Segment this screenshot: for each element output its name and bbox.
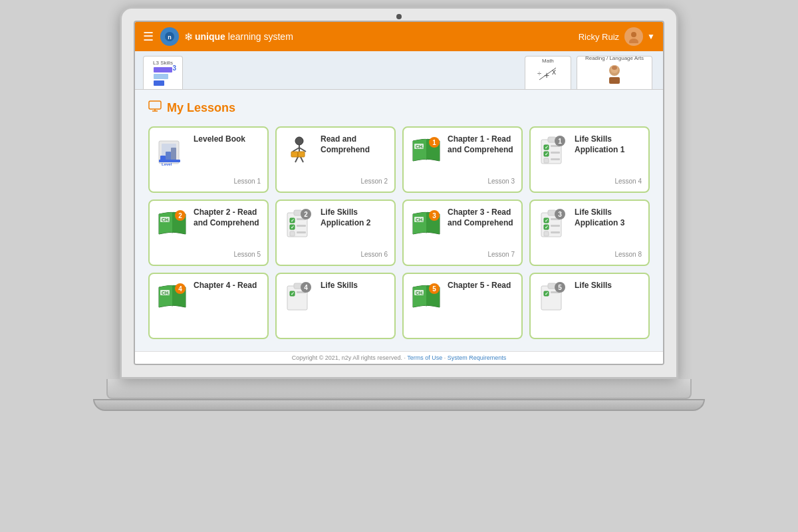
lesson-10-body: ✓ 4 Life Skills	[283, 281, 388, 331]
lesson-1-title: Leveled Book	[194, 134, 261, 145]
tab-reading-label: Reading / Language Arts	[585, 55, 644, 61]
snowflake-icon: ❄	[184, 31, 193, 43]
lesson-12-icon: ✓ 5	[537, 281, 569, 313]
lesson-10-icon: ✓ 4	[283, 281, 315, 313]
lesson-6-icon: ✓ ✓ 2	[283, 207, 315, 239]
lesson-7-body: CH. 3 Chapter 3 - Read and Comprehend	[410, 207, 515, 248]
tab-math-label: Math	[542, 58, 554, 64]
svg-text:✓: ✓	[545, 291, 549, 296]
lesson-11-body: CH. 5 Chapter 5 - Read	[410, 281, 515, 331]
svg-rect-9	[609, 77, 620, 84]
svg-rect-74	[551, 225, 560, 227]
lesson-9-body: CH. 4 Chapter 4 - Read	[156, 281, 261, 331]
dropdown-arrow-icon[interactable]: ▼	[647, 32, 655, 41]
svg-text:CH.: CH.	[416, 217, 424, 222]
svg-point-3	[629, 39, 638, 43]
svg-point-2	[631, 32, 636, 37]
lesson-card-6[interactable]: ✓ ✓ 2	[275, 200, 396, 266]
subject-tabs: L3 Skills 3 Math	[135, 51, 663, 90]
svg-rect-75	[544, 231, 549, 236]
svg-text:÷: ÷	[537, 69, 541, 77]
lesson-2-icon	[283, 134, 315, 166]
svg-text:✓: ✓	[291, 225, 295, 229]
svg-rect-43	[544, 158, 549, 163]
laptop-lid: ☰ n ❄ unique learning system	[120, 7, 678, 379]
lesson-5-body: CH. 2 Chapter 2 - Read and Comprehend	[156, 207, 261, 248]
lesson-7-footer: Lesson 7	[410, 251, 515, 258]
tab-math[interactable]: Math ÷ + x	[525, 56, 571, 89]
my-lessons-title: My Lessons	[167, 101, 235, 115]
l3-skills-icon: 3	[154, 67, 172, 86]
terms-of-use-link[interactable]: Terms of Use	[407, 354, 442, 361]
lesson-11-title: Chapter 5 - Read	[448, 281, 515, 291]
svg-rect-59	[290, 231, 295, 236]
lesson-2-footer: Lesson 2	[283, 178, 388, 185]
lesson-card-4[interactable]: ✓ ✓ 1	[529, 126, 650, 193]
lesson-card-9[interactable]: CH. 4 Chapter 4 - Read	[148, 273, 269, 339]
lesson-10-title: Life Skills	[321, 281, 388, 291]
brand-name: unique learning system	[195, 31, 293, 42]
app-footer: Copyright © 2021, n2y All rights reserve…	[135, 351, 663, 364]
lesson-6-footer: Lesson 6	[283, 251, 388, 258]
svg-text:4: 4	[304, 284, 308, 291]
lesson-9-icon: CH. 4	[156, 281, 188, 313]
menu-icon[interactable]: ☰	[143, 29, 154, 44]
lesson-card-1[interactable]: Level Leveled Book Lesson 1	[148, 126, 269, 193]
svg-text:n: n	[168, 34, 172, 41]
user-name: Ricky Ruiz	[579, 32, 619, 42]
svg-text:✓: ✓	[291, 291, 295, 296]
logo-circle: n	[160, 27, 179, 46]
lesson-11-icon: CH. 5	[410, 281, 442, 313]
lesson-8-footer: Lesson 8	[537, 251, 642, 258]
lesson-card-7[interactable]: CH. 3 Chapter 3 - Read and Comprehend Le…	[402, 200, 523, 266]
lesson-9-title: Chapter 4 - Read	[194, 281, 261, 291]
svg-text:CH.: CH.	[416, 291, 424, 295]
lesson-card-10[interactable]: ✓ 4 Life Skills	[275, 273, 396, 339]
svg-text:3: 3	[432, 212, 436, 219]
lesson-1-footer: Lesson 1	[156, 178, 261, 185]
navbar-brand: ❄ unique learning system	[184, 31, 293, 43]
svg-text:2: 2	[178, 212, 182, 219]
svg-rect-19	[171, 148, 176, 161]
svg-text:✓: ✓	[545, 218, 549, 223]
lesson-3-body: CH. 1 Chapter 1 - Read and Comprehend	[410, 134, 515, 175]
app-container: ☰ n ❄ unique learning system	[135, 22, 663, 364]
svg-text:CH.: CH.	[162, 217, 170, 222]
lesson-card-12[interactable]: ✓ 5 Life Skills	[529, 273, 650, 339]
svg-text:5: 5	[432, 285, 436, 293]
lesson-8-title: Life Skills Application 3	[575, 207, 642, 228]
tab-l3-label: L3 Skills	[153, 60, 173, 66]
tab-reading[interactable]: Reading / Language Arts	[577, 56, 652, 89]
svg-rect-29	[298, 152, 305, 157]
user-avatar[interactable]	[624, 27, 643, 46]
lesson-12-body: ✓ 5 Life Skills	[537, 281, 642, 331]
laptop-outer: ☰ n ❄ unique learning system	[113, 7, 685, 525]
svg-text:2: 2	[304, 211, 308, 218]
lesson-7-icon: CH. 3	[410, 207, 442, 239]
svg-rect-18	[166, 152, 171, 161]
lesson-card-2[interactable]: Read and Comprehend Lesson 2	[275, 126, 396, 193]
navbar: ☰ n ❄ unique learning system	[135, 22, 663, 51]
lessons-grid: Level Leveled Book Lesson 1	[148, 126, 650, 339]
svg-text:CH.: CH.	[162, 291, 170, 295]
lesson-card-8[interactable]: ✓ ✓ 3	[529, 200, 650, 266]
svg-rect-28	[291, 152, 298, 157]
lesson-card-11[interactable]: CH. 5 Chapter 5 - Read	[402, 273, 523, 339]
system-requirements-link[interactable]: System Requirements	[448, 354, 507, 361]
svg-text:CH.: CH.	[416, 144, 424, 149]
subject-tabs-right: Math ÷ + x Reading / La	[525, 56, 655, 89]
footer-copyright: Copyright © 2021, n2y All rights reserve…	[292, 354, 408, 361]
lesson-4-icon: ✓ ✓ 1	[537, 134, 569, 166]
svg-rect-76	[551, 231, 560, 233]
svg-rect-44	[551, 158, 560, 160]
svg-text:✓: ✓	[545, 145, 549, 150]
svg-text:4: 4	[178, 285, 182, 293]
lesson-card-5[interactable]: CH. 2 Chapter 2 - Read and Comprehend Le…	[148, 200, 269, 266]
lesson-3-footer: Lesson 3	[410, 178, 515, 185]
svg-rect-60	[297, 231, 306, 233]
lesson-5-footer: Lesson 5	[156, 251, 261, 258]
svg-text:5: 5	[558, 284, 562, 291]
lesson-card-3[interactable]: CH. 1 Chapter 1 - Read and Comprehend Le…	[402, 126, 523, 193]
lesson-2-title: Read and Comprehend	[321, 134, 388, 155]
tab-l3-skills[interactable]: L3 Skills 3	[143, 56, 183, 89]
